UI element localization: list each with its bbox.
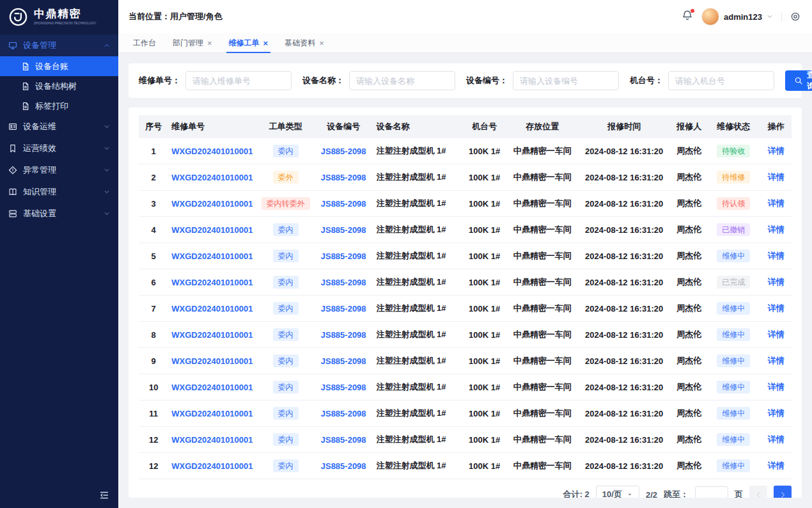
column-header: 工单类型 — [257, 115, 314, 138]
filter-input-device-name[interactable] — [349, 71, 455, 90]
device-no-link[interactable]: JS885-2098 — [321, 461, 366, 471]
detail-link[interactable]: 详情 — [768, 434, 785, 444]
detail-link[interactable]: 详情 — [768, 382, 785, 392]
filter-label: 维修单号： — [139, 75, 180, 86]
detail-link[interactable]: 详情 — [768, 408, 785, 418]
device-no-link[interactable]: JS885-2098 — [321, 278, 366, 287]
order-no-link[interactable]: WXGD202401010001 — [171, 304, 253, 314]
cell-machine-no: 100K 1# — [460, 164, 508, 191]
search-button[interactable]: 查询 — [785, 70, 812, 91]
cell-type: 委内 — [257, 374, 314, 401]
order-no-link[interactable]: WXGD202401010001 — [171, 435, 253, 445]
tab-close-icon[interactable]: × — [263, 39, 269, 47]
cell-type: 委内 — [257, 243, 314, 269]
device-no-link[interactable]: JS885-2098 — [321, 225, 366, 235]
cell-index: 10 — [139, 374, 168, 401]
detail-link[interactable]: 详情 — [768, 461, 785, 470]
sidebar-item-operation-performance[interactable]: 运营绩效 — [0, 138, 118, 159]
filter-field-repair-order-no: 维修单号： — [139, 71, 292, 90]
tab-close-icon[interactable]: × — [319, 39, 324, 47]
next-page-button[interactable] — [774, 486, 792, 498]
filter-input-machine-no[interactable] — [668, 71, 774, 90]
sidebar-item-knowledge-management[interactable]: 知识管理 — [0, 181, 118, 203]
device-no-link[interactable]: JS885-2098 — [321, 435, 366, 445]
detail-link[interactable]: 详情 — [768, 356, 785, 365]
order-no-link[interactable]: WXGD202401010001 — [171, 251, 253, 261]
cell-report-time: 2024-08-12 16:31:20 — [577, 191, 672, 217]
sidebar-item-exception-management[interactable]: 异常管理 — [0, 159, 118, 181]
table-row: 12WXGD202401010001委内JS885-2098注塑注射成型机 1#… — [139, 427, 792, 453]
column-header: 机台号 — [460, 115, 508, 138]
sidebar-subitem-label-printing[interactable]: 标签打印 — [0, 96, 118, 116]
order-no-link[interactable]: WXGD202401010001 — [171, 330, 253, 340]
jump-page-input[interactable] — [695, 486, 728, 498]
tab-label: 基础资料 — [285, 38, 315, 49]
sidebar-item-device-operations[interactable]: 设备运维 — [0, 116, 118, 138]
cell-order-no: WXGD202401010001 — [168, 453, 257, 479]
cell-order-no: WXGD202401010001 — [168, 269, 257, 296]
order-no-link[interactable]: WXGD202401010001 — [171, 356, 253, 366]
device-no-link[interactable]: JS885-2098 — [321, 383, 366, 392]
notification-bell[interactable] — [682, 10, 693, 24]
page-size-value: 10/页 — [602, 489, 622, 498]
ring-icon[interactable] — [790, 12, 800, 22]
brand-text: 中鼎精密 ZHONGDING PRECISION TECHNOLOGY — [34, 8, 107, 25]
tab-label: 维修工单 — [229, 38, 260, 49]
detail-link[interactable]: 详情 — [768, 198, 785, 208]
tab-close-icon[interactable]: × — [207, 39, 212, 47]
detail-link[interactable]: 详情 — [768, 303, 785, 313]
cell-reporter: 周杰伦 — [672, 296, 707, 322]
order-no-link[interactable]: WXGD202401010001 — [171, 173, 253, 182]
device-no-link[interactable]: JS885-2098 — [321, 409, 366, 418]
type-badge: 委内 — [273, 302, 299, 315]
column-header: 存放位置 — [508, 115, 577, 138]
device-no-link[interactable]: JS885-2098 — [321, 199, 366, 209]
cell-index: 1 — [139, 138, 168, 164]
device-no-link[interactable]: JS885-2098 — [321, 251, 366, 261]
sidebar-subitem-device-structure-tree[interactable]: 设备结构树 — [0, 76, 118, 96]
tab-basic-data[interactable]: 基础资料× — [276, 33, 332, 52]
cell-report-time: 2024-08-12 16:31:20 — [577, 322, 672, 348]
order-no-link[interactable]: WXGD202401010001 — [171, 199, 253, 209]
notification-dot — [691, 9, 694, 13]
order-no-link[interactable]: WXGD202401010001 — [171, 409, 253, 418]
tab-department-management[interactable]: 部门管理× — [164, 33, 221, 52]
tab-repair-work-order[interactable]: 维修工单× — [221, 33, 277, 52]
detail-link[interactable]: 详情 — [768, 277, 785, 287]
device-no-link[interactable]: JS885-2098 — [321, 356, 366, 366]
detail-link[interactable]: 详情 — [768, 225, 785, 234]
prev-page-button[interactable] — [749, 486, 767, 498]
device-no-link[interactable]: JS885-2098 — [321, 173, 366, 182]
sidebar-subitem-device-ledger[interactable]: 设备台账 — [0, 56, 118, 76]
order-no-link[interactable]: WXGD202401010001 — [171, 278, 253, 287]
pagination: 合计: 2 10/页 2/2 跳至： 页 — [139, 479, 792, 498]
collapse-sidebar-icon[interactable] — [99, 490, 109, 500]
tab-label: 工作台 — [133, 38, 156, 49]
sidebar-item-device-management[interactable]: 设备管理 — [0, 35, 118, 56]
cell-report-time: 2024-08-12 16:31:20 — [577, 401, 672, 427]
type-badge: 委内 — [273, 276, 299, 289]
user-menu[interactable]: admin123 — [701, 8, 773, 26]
cell-action: 详情 — [761, 164, 792, 191]
detail-link[interactable]: 详情 — [768, 146, 785, 155]
column-header: 维修状态 — [707, 115, 761, 138]
order-no-link[interactable]: WXGD202401010001 — [171, 383, 253, 392]
device-no-link[interactable]: JS885-2098 — [321, 147, 366, 156]
page-size-select[interactable]: 10/页 — [596, 486, 639, 498]
cell-location: 中鼎精密一车间 — [508, 453, 577, 479]
cell-reporter: 周杰伦 — [672, 164, 707, 191]
order-no-link[interactable]: WXGD202401010001 — [171, 461, 253, 471]
tab-workbench[interactable]: 工作台 — [125, 33, 164, 52]
order-no-link[interactable]: WXGD202401010001 — [171, 225, 253, 235]
filter-input-repair-order-no[interactable] — [185, 71, 292, 90]
detail-link[interactable]: 详情 — [768, 172, 785, 182]
detail-link[interactable]: 详情 — [768, 251, 785, 260]
cell-device-no: JS885-2098 — [314, 401, 373, 427]
sidebar-item-basic-settings[interactable]: 基础设置 — [0, 203, 118, 225]
detail-link[interactable]: 详情 — [768, 329, 785, 339]
filter-input-device-no[interactable] — [513, 71, 619, 90]
device-no-link[interactable]: JS885-2098 — [321, 304, 366, 314]
device-no-link[interactable]: JS885-2098 — [321, 330, 366, 340]
order-no-link[interactable]: WXGD202401010001 — [171, 147, 253, 156]
cell-report-time: 2024-08-12 16:31:20 — [577, 269, 672, 296]
